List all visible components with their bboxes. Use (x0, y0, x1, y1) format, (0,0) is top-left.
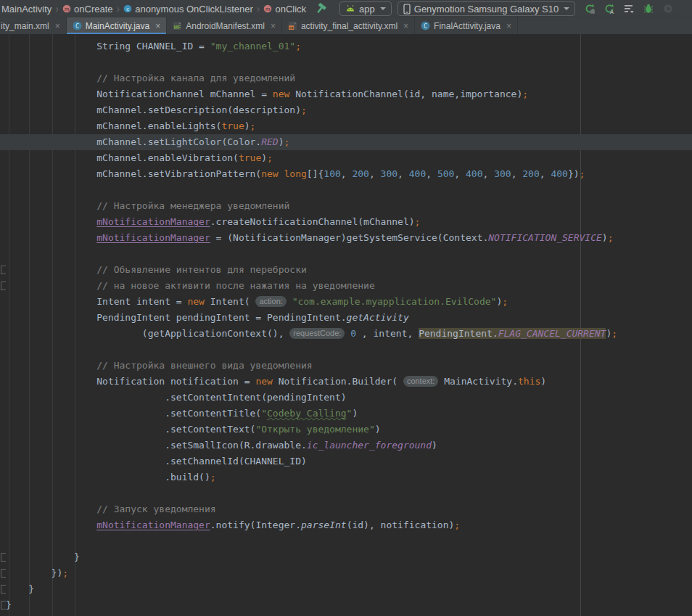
tab-finalacttivity-java[interactable]: CFinalActtivity.java× (415, 17, 518, 34)
code-line[interactable]: .setChannelId(CHANNEL_ID) (0, 453, 692, 469)
code-token: // Обьявление интентов для переброски (6, 264, 307, 275)
code-token: (getApplicationContext(), (6, 328, 289, 339)
code-line[interactable]: (getApplicationContext(), requestCode: 0… (0, 326, 692, 342)
code-token: ; (454, 520, 460, 530)
code-line[interactable]: // на новое активити после нажатия на ув… (0, 278, 692, 294)
tab-ity-main-xml[interactable]: ity_main.xml× (0, 17, 67, 34)
tab-close-icon[interactable]: × (506, 21, 511, 31)
tab-androidmanifest-xml[interactable]: MFAndroidManifest.xml× (167, 17, 282, 34)
code-line[interactable]: mChannel.setVibrationPattern(new long[]{… (0, 166, 692, 182)
code-token: } (6, 551, 80, 562)
code-token: new (261, 168, 278, 179)
tab-activity-final-acttivity-xml[interactable]: xaactivity_final_acttivity.xml× (282, 17, 415, 34)
breadcrumb-item-mainactivity[interactable]: MainActivity (0, 4, 53, 15)
code-line[interactable]: mNotificationManager = (NotificationMana… (0, 230, 692, 246)
code-token: ; (250, 120, 256, 131)
code-line[interactable]: // Запуск уведомления (0, 501, 692, 517)
code-line[interactable] (0, 182, 692, 198)
run-configuration-select[interactable]: app (339, 1, 392, 16)
svg-text:c: c (126, 6, 129, 12)
code-line[interactable] (0, 533, 692, 549)
code-token: ; (284, 136, 290, 147)
code-line[interactable] (0, 342, 692, 358)
code-token: PendingIntent pendingIntent = PendingInt… (6, 312, 347, 323)
tab-mainactivity-java[interactable]: CMainActivity.java× (67, 17, 168, 34)
code-line[interactable]: .build(); (0, 469, 692, 485)
code-line[interactable]: // Настройка внешнего вида уведомления (0, 358, 692, 374)
code-token: RED (261, 136, 278, 147)
code-line[interactable]: mNotificationManager.notify(Integer.pars… (0, 517, 692, 533)
code-line[interactable]: }); (0, 565, 692, 581)
code-line[interactable]: .setContentIntent(pendingIntent) (0, 390, 692, 406)
code-token: Intent( (205, 296, 255, 307)
code-line[interactable]: .setSmallIcon(R.drawable.ic_launcher_for… (0, 438, 692, 453)
breadcrumb-item-onclick[interactable]: monClick (262, 4, 308, 15)
code-line[interactable]: String CHANNEL_ID = "my_channel_01"; (0, 38, 692, 54)
breadcrumb-item-oncreate[interactable]: monCreate (61, 4, 114, 15)
code-line[interactable]: } (0, 549, 692, 565)
code-token: ; (210, 472, 216, 482)
code-line[interactable] (0, 54, 692, 70)
breadcrumb-item-anonymous-onclicklistener[interactable]: canonymous OnClickListener (122, 4, 255, 15)
code-line[interactable]: Notification notification = new Notifica… (0, 374, 692, 390)
code-token: ic_launcher_foreground (307, 440, 432, 451)
hammer-build-icon[interactable] (315, 2, 329, 15)
tab-label: FinalActtivity.java (434, 21, 501, 31)
code-token: " (261, 408, 267, 419)
apply-code-changes-button[interactable]: A (604, 3, 615, 15)
code-token: } (6, 583, 34, 594)
code-token: long (284, 168, 307, 179)
code-line[interactable]: // Настройка менеджера уведомлений (0, 198, 692, 214)
code-token: ) (432, 440, 437, 451)
code-token: .setChannelId(CHANNEL_ID) (6, 456, 307, 467)
code-line[interactable]: // Настройка канала для уведомлений (0, 70, 692, 86)
code-token: ) (279, 136, 284, 147)
code-token: ) (244, 120, 250, 131)
code-token: // Настройка внешнего вида уведомления (6, 360, 313, 371)
code-area[interactable]: String CHANNEL_ID = "my_channel_01"; // … (0, 34, 692, 613)
code-token: 100 (324, 168, 340, 179)
code-token (279, 168, 284, 179)
code-line[interactable]: Intent intent = new Intent( action: "com… (0, 294, 692, 310)
code-line[interactable]: mNotificationManager.createNotificationC… (0, 214, 692, 230)
code-line[interactable]: PendingIntent pendingIntent = PendingInt… (0, 310, 692, 326)
tab-close-icon[interactable]: × (403, 21, 408, 31)
code-token: ; (295, 41, 301, 52)
apply-changes-and-restart-button[interactable] (584, 3, 596, 15)
code-token: 200 (522, 168, 539, 179)
code-line[interactable]: mChannel.setDescription(description); (0, 102, 692, 118)
profiler-button[interactable] (623, 3, 635, 15)
code-line[interactable] (0, 246, 692, 262)
debug-button[interactable] (643, 3, 654, 15)
attach-debugger-button[interactable] (662, 3, 674, 15)
code-line[interactable] (0, 485, 692, 501)
code-line[interactable]: } (0, 597, 692, 613)
code-token: mChannel.setVibrationPattern( (6, 168, 261, 179)
code-line[interactable]: mChannel.enableLights(true); (0, 118, 692, 134)
code-token (6, 216, 96, 227)
svg-text:MF: MF (174, 25, 181, 30)
main-toolbar: MainActivity›monCreate›canonymous OnClic… (0, 0, 692, 17)
device-selector[interactable]: Genymotion Samsung Galaxy S10 (398, 1, 575, 16)
code-token: }) (6, 567, 62, 578)
breadcrumb-separator-icon: › (53, 3, 61, 15)
code-line[interactable]: NotificationChannel mChannel = new Notif… (0, 86, 692, 102)
code-line[interactable]: mChannel.setLightColor(Color.RED); (0, 134, 692, 150)
code-editor[interactable]: String CHANNEL_ID = "my_channel_01"; // … (0, 34, 692, 616)
svg-text:m: m (265, 6, 270, 12)
code-token: mNotificationManager (96, 232, 210, 243)
code-token: mChannel.enableVibration( (6, 152, 239, 163)
code-token (6, 520, 96, 530)
phone-icon (403, 4, 411, 15)
code-line[interactable]: } (0, 581, 692, 597)
code-line[interactable]: .setContentTitle("Codeby Calling") (0, 406, 692, 422)
tab-close-icon[interactable]: × (155, 21, 160, 31)
tab-close-icon[interactable]: × (271, 21, 276, 31)
code-token: mChannel.enableLights( (6, 120, 221, 131)
android-studio-window: { "toolbar": { "breadcrumbs": [ {"label"… (0, 0, 692, 616)
code-line[interactable]: .setContentText("Открыть уведомление") (0, 422, 692, 438)
code-line[interactable]: mChannel.enableVibration(true); (0, 150, 692, 166)
tab-close-icon[interactable]: × (55, 21, 60, 31)
code-token: NotificationChannel mChannel = (6, 89, 273, 99)
code-line[interactable]: // Обьявление интентов для переброски (0, 262, 692, 278)
